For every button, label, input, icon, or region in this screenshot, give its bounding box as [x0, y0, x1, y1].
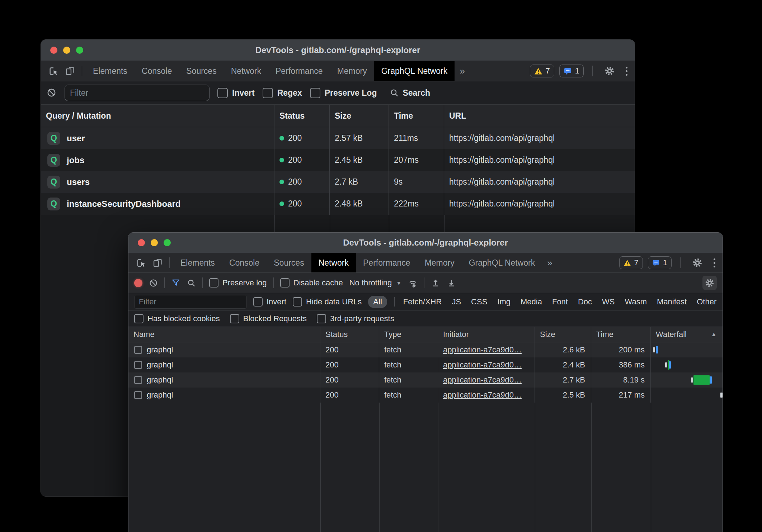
row-checkbox[interactable] [134, 391, 142, 399]
type-filter-font[interactable]: Font [551, 296, 569, 308]
col-time[interactable]: Time [591, 327, 651, 342]
more-options-icon[interactable] [711, 258, 718, 267]
type-filter-wasm[interactable]: Wasm [624, 296, 649, 308]
table-row[interactable]: graphql 200 fetch application-a7ca9d0… 2… [128, 342, 723, 357]
table-row[interactable]: Qusers 200 2.7 kB 9s https://gitlab.com/… [41, 171, 635, 193]
invert-checkbox[interactable]: Invert [253, 297, 286, 307]
table-row[interactable]: graphql 200 fetch application-a7ca9d0… 2… [128, 388, 723, 403]
divider [82, 66, 82, 76]
col-time[interactable]: Time [389, 105, 444, 127]
col-type[interactable]: Type [379, 327, 438, 342]
col-size[interactable]: Size [330, 105, 389, 127]
search-button[interactable]: Search [390, 88, 430, 98]
clear-icon[interactable] [149, 279, 158, 288]
tab-sources[interactable]: Sources [179, 61, 224, 81]
more-tabs-icon[interactable]: » [455, 61, 470, 81]
col-name[interactable]: Name [128, 327, 320, 342]
row-checkbox[interactable] [134, 346, 142, 354]
table-row[interactable]: graphql 200 fetch application-a7ca9d0… 2… [128, 357, 723, 372]
col-url[interactable]: URL [444, 105, 635, 127]
tab-graphql-network[interactable]: GraphQL Network [374, 61, 455, 81]
type-filter-css[interactable]: CSS [470, 296, 489, 308]
invert-checkbox[interactable]: Invert [217, 88, 255, 98]
filter-input[interactable] [65, 85, 210, 101]
tab-elements[interactable]: Elements [86, 61, 135, 81]
export-har-icon[interactable] [447, 278, 456, 288]
initiator-link[interactable]: application-a7ca9d0… [443, 390, 522, 400]
tab-memory[interactable]: Memory [418, 253, 462, 272]
type-filter-other[interactable]: Other [695, 296, 718, 308]
initiator-link[interactable]: application-a7ca9d0… [443, 375, 522, 385]
type-filter-img[interactable]: Img [496, 296, 512, 308]
tab-elements[interactable]: Elements [173, 253, 222, 272]
blocked-requests-checkbox[interactable]: Blocked Requests [230, 314, 307, 323]
divider [680, 257, 681, 268]
device-toolbar-icon[interactable] [65, 66, 75, 76]
inspect-element-icon[interactable] [48, 66, 59, 76]
search-icon[interactable] [187, 279, 196, 288]
tab-memory[interactable]: Memory [330, 61, 374, 81]
close-button[interactable] [138, 239, 145, 246]
preserve-log-checkbox[interactable]: Preserve log [209, 278, 267, 288]
row-checkbox[interactable] [134, 361, 142, 369]
table-row[interactable]: QinstanceSecurityDashboard 200 2.48 kB 2… [41, 193, 635, 215]
warnings-badge[interactable]: 7 [530, 65, 554, 77]
device-toolbar-icon[interactable] [152, 257, 163, 268]
type-filter-js[interactable]: JS [450, 296, 462, 308]
minimize-button[interactable] [63, 47, 70, 54]
col-waterfall[interactable]: Waterfall▲ [651, 327, 723, 342]
third-party-requests-checkbox[interactable]: 3rd-party requests [317, 314, 394, 323]
divider [424, 277, 424, 288]
initiator-link[interactable]: application-a7ca9d0… [443, 345, 522, 355]
preserve-log-checkbox[interactable]: Preserve Log [310, 88, 377, 98]
regex-checkbox[interactable]: Regex [263, 88, 302, 98]
disable-cache-checkbox[interactable]: Disable cache [280, 278, 343, 288]
tab-network[interactable]: Network [224, 61, 268, 81]
filter-input[interactable] [134, 295, 247, 309]
type-filter-all[interactable]: All [368, 296, 387, 308]
table-row[interactable]: Quser 200 2.57 kB 211ms https://gitlab.c… [41, 127, 635, 149]
col-status[interactable]: Status [320, 327, 379, 342]
minimize-button[interactable] [151, 239, 158, 246]
more-tabs-icon[interactable]: » [542, 253, 557, 272]
import-har-icon[interactable] [431, 278, 440, 288]
tab-performance[interactable]: Performance [356, 253, 418, 272]
initiator-link[interactable]: application-a7ca9d0… [443, 360, 522, 370]
zoom-button[interactable] [76, 47, 83, 54]
throttling-dropdown[interactable]: No throttling▼ [349, 278, 401, 288]
tab-console[interactable]: Console [135, 61, 179, 81]
col-initiator[interactable]: Initiator [438, 327, 535, 342]
row-checkbox[interactable] [134, 376, 142, 384]
network-settings-button[interactable] [702, 276, 717, 290]
col-size[interactable]: Size [535, 327, 591, 342]
warnings-badge[interactable]: 7 [619, 256, 643, 269]
settings-gear-icon[interactable] [692, 257, 703, 268]
type-filter-media[interactable]: Media [519, 296, 544, 308]
table-row[interactable]: graphql 200 fetch application-a7ca9d0… 2… [128, 372, 723, 388]
type-filter-doc[interactable]: Doc [577, 296, 593, 308]
col-query-mutation[interactable]: Query / Mutation [41, 105, 274, 127]
col-status[interactable]: Status [274, 105, 330, 127]
has-blocked-cookies-checkbox[interactable]: Has blocked cookies [134, 314, 220, 323]
hide-data-urls-checkbox[interactable]: Hide data URLs [293, 297, 362, 307]
settings-gear-icon[interactable] [604, 66, 615, 76]
inspect-element-icon[interactable] [136, 257, 146, 268]
filter-funnel-icon[interactable] [171, 278, 180, 288]
type-filter-fetch-xhr[interactable]: Fetch/XHR [402, 296, 443, 308]
close-button[interactable] [50, 47, 57, 54]
tab-sources[interactable]: Sources [267, 253, 311, 272]
tab-performance[interactable]: Performance [268, 61, 330, 81]
issues-badge[interactable]: 1 [559, 65, 584, 77]
record-button[interactable] [134, 279, 142, 287]
tab-network[interactable]: Network [311, 253, 356, 272]
tab-graphql-network[interactable]: GraphQL Network [462, 253, 542, 272]
type-filter-ws[interactable]: WS [601, 296, 616, 308]
table-row[interactable]: Qjobs 200 2.45 kB 207ms https://gitlab.c… [41, 149, 635, 171]
more-options-icon[interactable] [623, 67, 630, 76]
network-conditions-icon[interactable] [408, 278, 418, 288]
issues-badge[interactable]: 1 [648, 256, 672, 269]
clear-icon[interactable] [47, 88, 57, 98]
type-filter-manifest[interactable]: Manifest [655, 296, 688, 308]
zoom-button[interactable] [164, 239, 171, 246]
tab-console[interactable]: Console [222, 253, 267, 272]
